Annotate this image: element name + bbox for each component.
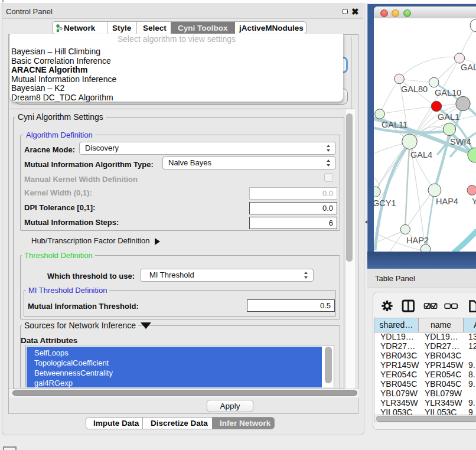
svg-text:SWI4: SWI4 (450, 137, 471, 146)
svg-text:GAL1: GAL1 (438, 112, 459, 122)
svg-text:GCY1: GCY1 (374, 198, 396, 208)
svg-text:GAL11: GAL11 (382, 120, 407, 129)
svg-text:GAL8: GAL8 (461, 63, 476, 72)
svg-text:HAP2: HAP2 (406, 236, 429, 245)
svg-text:GAL10: GAL10 (435, 88, 461, 97)
svg-text:HAP4: HAP4 (436, 197, 458, 206)
svg-text:Y: Y (472, 197, 476, 206)
svg-text:GAL80: GAL80 (401, 84, 428, 94)
svg-text:GAL4: GAL4 (410, 150, 432, 159)
